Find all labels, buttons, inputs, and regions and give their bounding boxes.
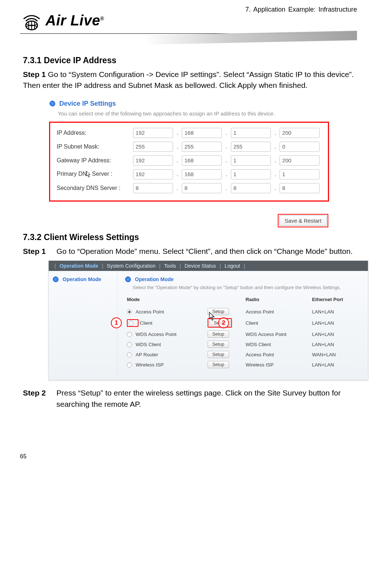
setup-button[interactable]: Setup	[208, 361, 229, 368]
cursor-icon	[209, 312, 216, 321]
header-gradient	[144, 31, 357, 45]
table-row: Client Setup Client LAN+LAN	[125, 317, 362, 329]
ip-octet-input[interactable]	[133, 128, 173, 138]
step2-label-732: Step 2	[23, 389, 46, 397]
ip-address-row: IP Address: . . .	[57, 128, 321, 138]
th-eth: Ethernet Port	[310, 297, 362, 307]
radio-wds-client[interactable]	[127, 342, 132, 347]
primary-dns-label: Primary DN Server :	[57, 171, 133, 178]
ip-octet-input[interactable]	[280, 155, 320, 166]
top-nav: | Operation Mode| System Configuration| …	[49, 261, 368, 271]
sidebar: Operation Mode	[49, 271, 117, 380]
ip-octet-input[interactable]	[231, 128, 271, 138]
radio-wireless-isp[interactable]	[127, 362, 132, 368]
ip-octet-input[interactable]	[231, 142, 271, 152]
registered-icon: ®	[100, 15, 104, 21]
section-heading-732: 7.3.2 Client Wireless Settings	[23, 232, 357, 242]
mode-table: Mode Radio Ethernet Port Access Point Se…	[125, 297, 362, 370]
setup-button[interactable]: Setup	[208, 351, 229, 358]
subnet-mask-label: IP Subnet Mask:	[57, 143, 133, 150]
ip-octet-input[interactable]	[182, 128, 222, 138]
ip-fields-highlight: IP Address: . . . IP Subnet Mask: . . . …	[49, 122, 329, 202]
ip-octet-input[interactable]	[133, 155, 173, 166]
secondary-dns-label: Secondary DNS Server :	[57, 185, 133, 191]
gateway-label: Gateway IP Address:	[57, 157, 133, 164]
th-mode: Mode	[125, 297, 205, 307]
step1-text: Go to “System Configuration -> Device IP…	[23, 70, 354, 89]
gateway-row: Gateway IP Address: . . .	[57, 155, 321, 166]
page-number: 65	[20, 453, 27, 459]
nav-tools[interactable]: Tools	[164, 263, 176, 269]
step1-label: Step 1	[23, 70, 46, 78]
step1-label-732: Step 1	[23, 247, 46, 255]
main-subtitle: Select the "Operation Mode" by clicking …	[133, 285, 362, 290]
setup-button[interactable]: Setup	[208, 331, 229, 338]
ip-octet-input[interactable]	[133, 169, 173, 179]
ip-octet-input[interactable]	[280, 142, 320, 152]
save-restart-button[interactable]: Save & Restart	[279, 215, 327, 226]
table-row: WDS Client Setup WDS Client LAN+LAN	[125, 339, 362, 349]
bullet-icon	[52, 276, 59, 283]
screenshot-operation-mode: | Operation Mode| System Configuration| …	[48, 260, 368, 380]
nav-device-status[interactable]: Device Status	[185, 263, 216, 269]
ip-octet-input[interactable]	[280, 169, 320, 179]
sidebar-title: Operation Mode	[63, 276, 101, 282]
step2-paragraph-732: Step 2 Press “Setup” to enter the wirele…	[23, 388, 357, 410]
save-highlight: Save & Restart	[278, 214, 328, 227]
chapter-title: 7. Application Example: Infrastructure	[245, 6, 357, 13]
nav-logout[interactable]: Logout	[225, 263, 240, 269]
radio-ap-router[interactable]	[127, 352, 132, 357]
nav-operation-mode[interactable]: Operation Mode	[60, 263, 99, 269]
ip-octet-input[interactable]	[231, 183, 271, 193]
subnet-mask-row: IP Subnet Mask: . . .	[57, 142, 321, 152]
bullet-icon	[125, 276, 131, 283]
page-footer: 65 . AirLive AirMax5X User’s Manual	[20, 453, 357, 464]
table-row: Wireless ISP Setup Wireless ISP LAN+LAN	[125, 360, 362, 370]
table-row: AP Router Setup Access Point WAN+LAN	[125, 349, 362, 360]
brand-logo: Air Live®	[20, 9, 104, 32]
radio-access-point[interactable]	[127, 309, 132, 315]
ip-octet-input[interactable]	[231, 155, 271, 166]
ip-octet-input[interactable]	[133, 142, 173, 152]
ip-octet-input[interactable]	[182, 142, 222, 152]
ip-octet-input[interactable]	[231, 169, 271, 179]
setup-button[interactable]: Setup	[208, 341, 229, 348]
ip-octet-input[interactable]	[182, 169, 222, 179]
radio-highlight	[127, 319, 139, 327]
bullet-icon	[49, 100, 56, 107]
ip-octet-input[interactable]	[182, 155, 222, 166]
step2-text-732: Press “Setup” to enter the wireless sett…	[56, 389, 341, 408]
ip-address-label: IP Address:	[57, 130, 133, 136]
primary-dns-row: Primary DN Server : . . .	[57, 169, 321, 179]
main-title: Operation Mode	[135, 276, 174, 282]
ip-panel-subtitle: You can select one of the following two …	[58, 110, 329, 117]
main-panel: Operation Mode Select the "Operation Mod…	[117, 271, 368, 380]
cursor-icon	[86, 171, 91, 178]
step1-paragraph-732: Step 1 Go to “Operation Mode” menu. Sele…	[23, 246, 357, 257]
ip-octet-input[interactable]	[280, 183, 320, 193]
radio-wds-ap[interactable]	[127, 332, 132, 337]
th-radio: Radio	[243, 297, 310, 307]
secondary-dns-row: Secondary DNS Server : . . .	[57, 183, 321, 193]
logo-text: Air Live	[45, 12, 100, 28]
step1-paragraph: Step 1 Go to “System Configuration -> De…	[23, 69, 357, 91]
ip-octet-input[interactable]	[182, 183, 222, 193]
step1-text-732: Go to “Operation Mode” menu. Select “Cli…	[56, 247, 353, 255]
screenshot-ip-settings: Device IP Settings You can select one of…	[49, 100, 329, 227]
ip-octet-input[interactable]	[133, 183, 173, 193]
wifi-globe-icon	[20, 9, 43, 32]
radio-client[interactable]	[128, 321, 133, 326]
section-heading-731: 7.3.1 Device IP Address	[23, 56, 357, 65]
table-row: Access Point Setup Access Point LAN+LAN	[125, 307, 362, 317]
table-row: WDS Access Point Setup WDS Access Point …	[125, 329, 362, 339]
nav-system-configuration[interactable]: System Configuration	[107, 263, 156, 269]
ip-panel-title: Device IP Settings	[59, 100, 116, 108]
ip-octet-input[interactable]	[280, 128, 320, 138]
